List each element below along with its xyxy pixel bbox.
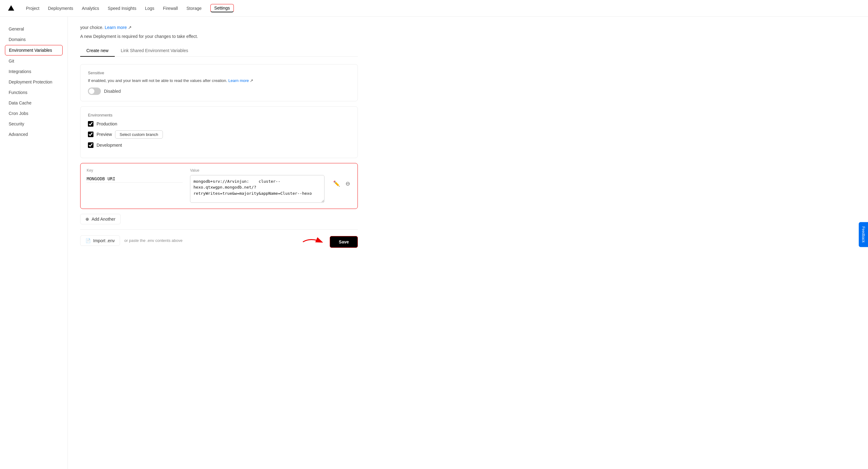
tab-create-new[interactable]: Create new: [80, 45, 115, 57]
select-custom-branch-button[interactable]: Select custom branch: [115, 130, 163, 139]
value-label: Value: [190, 168, 324, 173]
env-development-checkbox[interactable]: [88, 142, 93, 148]
env-preview-row: Preview Select custom branch: [88, 130, 350, 139]
sidebar-item-security[interactable]: Security: [5, 119, 63, 129]
sidebar-item-deployment-protection[interactable]: Deployment Protection: [5, 77, 63, 87]
nav-storage[interactable]: Storage: [187, 5, 202, 12]
nav-speed-insights[interactable]: Speed Insights: [107, 5, 136, 12]
top-nav: Project Deployments Analytics Speed Insi…: [0, 0, 868, 16]
nav-settings[interactable]: Settings: [210, 4, 234, 12]
sensitive-label: Sensitive: [88, 71, 350, 75]
section-description: your choice. Learn more ↗: [80, 24, 358, 31]
key-field: Key: [87, 168, 183, 183]
env-tabs: Create new Link Shared Environment Varia…: [80, 45, 358, 57]
sensitive-section: Sensitive If enabled, you and your team …: [80, 64, 358, 101]
add-another-label: Add Another: [92, 216, 115, 222]
sensitive-toggle-label: Disabled: [104, 89, 121, 94]
value-textarea[interactable]: mongodb+srv://Arvinjun: cluster--hexo.qt…: [190, 175, 324, 203]
key-input[interactable]: [87, 175, 183, 183]
environments-label: Environments: [88, 113, 350, 118]
sidebar: General Domains Environment Variables Gi…: [0, 16, 68, 469]
learn-more-link-top[interactable]: Learn more: [104, 25, 127, 30]
nav-logs[interactable]: Logs: [145, 5, 154, 12]
env-production-row: Production: [88, 121, 350, 127]
nav-deployments[interactable]: Deployments: [48, 5, 73, 12]
value-field: Value mongodb+srv://Arvinjun: cluster--h…: [190, 168, 324, 204]
tab-link-shared[interactable]: Link Shared Environment Variables: [115, 45, 194, 57]
nav-analytics[interactable]: Analytics: [82, 5, 99, 12]
key-label: Key: [87, 168, 183, 173]
sidebar-item-data-cache[interactable]: Data Cache: [5, 98, 63, 108]
import-env-label: Import .env: [93, 238, 115, 243]
import-hint: or paste the .env contents above: [124, 238, 297, 243]
edit-icon-button[interactable]: ✏️: [332, 179, 341, 188]
add-another-button[interactable]: ⊕ Add Another: [80, 214, 121, 224]
sensitive-desc: If enabled, you and your team will not b…: [88, 78, 350, 84]
sidebar-item-cron-jobs[interactable]: Cron Jobs: [5, 108, 63, 118]
import-row: 📄 Import .env or paste the .env contents…: [80, 229, 358, 252]
kv-actions: ✏️ ⊖: [332, 168, 351, 188]
env-production-checkbox[interactable]: [88, 121, 93, 127]
layout: General Domains Environment Variables Gi…: [0, 16, 868, 469]
kv-entry-card: Key Value mongodb+srv://Arvinjun: cluste…: [80, 163, 358, 209]
vercel-logo: [7, 5, 15, 12]
sidebar-item-domains[interactable]: Domains: [5, 35, 63, 44]
sidebar-item-env-vars[interactable]: Environment Variables: [5, 45, 63, 56]
environments-section: Environments Production Preview Select c…: [80, 106, 358, 158]
sidebar-item-advanced[interactable]: Advanced: [5, 129, 63, 139]
sidebar-item-functions[interactable]: Functions: [5, 88, 63, 97]
deploy-notice: A new Deployment is required for your ch…: [80, 34, 358, 39]
save-area: Save: [301, 236, 358, 248]
nav-firewall[interactable]: Firewall: [163, 5, 178, 12]
save-arrow: [301, 236, 326, 248]
env-preview-label: Preview: [97, 132, 112, 137]
file-icon: 📄: [86, 238, 91, 243]
save-button[interactable]: Save: [330, 236, 358, 248]
feedback-tab[interactable]: Feedback: [859, 222, 868, 247]
env-production-label: Production: [97, 122, 117, 126]
env-development-label: Development: [97, 143, 122, 147]
sidebar-item-git[interactable]: Git: [5, 56, 63, 66]
sensitive-toggle-row: Disabled: [88, 88, 350, 95]
main-content: your choice. Learn more ↗ A new Deployme…: [68, 16, 370, 469]
learn-more-link-sensitive[interactable]: Learn more: [228, 78, 249, 83]
plus-icon: ⊕: [86, 216, 89, 222]
sidebar-item-general[interactable]: General: [5, 24, 63, 34]
sensitive-toggle[interactable]: [88, 88, 101, 95]
remove-icon-button[interactable]: ⊖: [344, 179, 351, 188]
import-env-button[interactable]: 📄 Import .env: [80, 235, 120, 246]
nav-project[interactable]: Project: [26, 5, 39, 12]
sidebar-item-integrations[interactable]: Integrations: [5, 67, 63, 76]
env-development-row: Development: [88, 142, 350, 148]
env-preview-checkbox[interactable]: [88, 132, 93, 137]
